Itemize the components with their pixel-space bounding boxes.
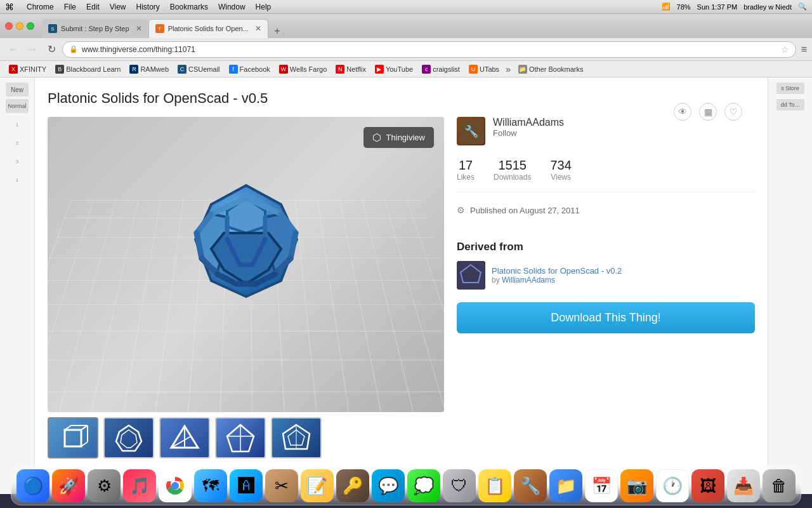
bookmark-xfinity[interactable]: X XFINITY [5,64,50,75]
bookmark-star-icon[interactable]: ☆ [781,44,789,55]
dock-messages[interactable]: 💭 [407,469,440,502]
dock-system-prefs[interactable]: ⚙ [88,469,121,502]
menubar-help[interactable]: Help [256,3,272,11]
tab-close-2[interactable]: ✕ [255,24,261,33]
youtube-label: YouTube [386,65,413,73]
view-toggle-icon[interactable]: 👁 [674,103,691,121]
bookmark-wellsfargo[interactable]: W Wells Fargo [275,64,331,75]
likes-label: Likes [457,173,475,182]
right-sidebar: s Store dd To... [768,77,812,494]
derived-item-name[interactable]: Platonic Solids for OpenScad - v0.2 [492,266,622,276]
other-bookmarks-label: Other Bookmarks [529,65,584,73]
netflix-icon: N [336,65,344,74]
dock-preview[interactable]: 🖼 [691,469,724,502]
dock-security[interactable]: 🛡 [443,469,476,502]
thumb-dodeca-svg [113,422,145,454]
dock-finder[interactable]: 🔵 [16,469,49,502]
derived-info: Platonic Solids for OpenScad - v0.2 by W… [492,266,622,284]
close-button[interactable] [5,22,13,30]
dock-screenshot[interactable]: ✂ [265,469,298,502]
chrome-window: S Submit : Step By Step ✕ T Platonic Sol… [0,14,812,508]
page-area: Platonic Solids for OpenScad - v0.5 👁 ▦ … [35,77,768,494]
new-button[interactable]: New [6,83,29,97]
bookmark-netflix[interactable]: N Netflix [332,64,370,75]
thumbnail-2[interactable] [103,417,154,458]
new-tab-button[interactable]: + [268,24,286,38]
menubar-edit[interactable]: Edit [86,3,100,11]
dock-calendar[interactable]: 📅 [585,469,618,502]
dock-maps[interactable]: 🗺 [194,469,227,502]
dock-tools[interactable]: 🔧 [514,469,547,502]
dock-stickies[interactable]: 📋 [478,469,511,502]
menubar-bookmarks[interactable]: Bookmarks [170,3,208,11]
blackboard-icon: B [55,65,64,74]
derived-thumbnail [457,261,485,290]
thingiview-button[interactable]: ⬡ Thingiview [363,127,434,148]
bookmarks-more-button[interactable]: » [506,64,511,74]
dock-itunes[interactable]: 🎵 [123,469,156,502]
normal-button[interactable]: Normal [6,99,29,113]
mac-menubar: ⌘ Chrome File Edit View History Bookmark… [0,0,812,14]
menubar-window[interactable]: Window [218,3,246,11]
author-avatar: 🔧 [457,117,485,145]
tab-favicon-1: S [48,24,57,33]
chrome-menu-icon[interactable]: ≡ [801,44,807,55]
tab-submit[interactable]: S Submit : Step By Step ✕ [42,19,148,38]
thingiview-icon: ⬡ [372,131,381,144]
refresh-button[interactable]: ↻ [43,41,60,58]
bookmark-blackboard[interactable]: B Blackboard Learn [51,64,124,75]
thumb-tetra-svg [169,422,200,454]
address-text: www.thingiverse.com/thing:11071 [82,45,777,54]
maximize-button[interactable] [27,22,34,30]
thumbnail-5[interactable] [271,417,322,458]
forward-button[interactable]: → [24,41,41,58]
follow-button[interactable]: Follow [493,128,755,138]
dock-container: 🔵 🚀 ⚙ 🎵 🗺 🅰 ✂ 📝 🔑 💬 💭 🛡 📋 🔧 📁 📅 📷 🕐 [0,457,812,508]
clock: Sun 1:37 PM [697,3,738,11]
app-store-btn[interactable]: s Store [776,83,804,94]
add-to-btn[interactable]: dd To... [776,99,804,110]
svg-text:🔧: 🔧 [464,124,479,138]
bookmark-utabs[interactable]: U UTabs [465,64,503,75]
likes-number: 17 [457,158,475,173]
dock-clock[interactable]: 🕐 [656,469,689,502]
dock-trash[interactable]: 🗑 [763,469,796,502]
tab-platonic[interactable]: T Platonic Solids for Open... ✕ [148,19,268,38]
menubar-view[interactable]: View [110,3,126,11]
bookmark-other[interactable]: 📁 Other Bookmarks [514,64,587,75]
dock-photos[interactable]: 📷 [620,469,653,502]
thumbnail-1[interactable] [48,417,98,458]
bookmark-craigslist[interactable]: c craigslist [418,64,464,75]
like-icon[interactable]: ♡ [724,103,742,121]
svg-line-26 [81,425,88,430]
minimize-button[interactable] [16,22,23,30]
apple-menu[interactable]: ⌘ [5,2,14,12]
dock-files[interactable]: 📁 [549,469,582,502]
dock-notes[interactable]: 📝 [301,469,334,502]
derived-author-link[interactable]: WilliamAAdams [502,276,555,284]
bookmark-facebook[interactable]: f Facebook [225,64,274,75]
tab-close-1[interactable]: ✕ [136,24,142,33]
bookmark-ramweb[interactable]: R RAMweb [126,64,173,75]
dock-chrome[interactable] [159,469,192,502]
menubar-file[interactable]: File [64,3,76,11]
search-icon[interactable]: 🔍 [798,3,807,11]
dock-keychain[interactable]: 🔑 [336,469,369,502]
back-button[interactable]: ← [5,41,22,58]
thumbnail-3[interactable] [159,417,210,458]
address-bar[interactable]: 🔒 www.thingiverse.com/thing:11071 ☆ [62,41,796,58]
menubar-history[interactable]: History [136,3,160,11]
grid-view-icon[interactable]: ▦ [699,103,717,121]
dock-appstore[interactable]: 🅰 [230,469,263,502]
thumbnail-4[interactable] [215,417,266,458]
dock-downloads-folder[interactable]: 📥 [727,469,760,502]
bookmark-youtube[interactable]: ▶ YouTube [371,64,417,75]
menubar-chrome[interactable]: Chrome [27,3,54,11]
dock-launchpad[interactable]: 🚀 [52,469,85,502]
dock-skype[interactable]: 💬 [372,469,405,502]
wifi-icon: 📶 [662,3,671,11]
derived-item: Platonic Solids for OpenScad - v0.2 by W… [457,261,755,290]
download-button[interactable]: Download This Thing! [457,302,755,333]
bookmark-csuemail[interactable]: C CSUemail [174,64,224,75]
csu-icon: C [178,65,187,74]
